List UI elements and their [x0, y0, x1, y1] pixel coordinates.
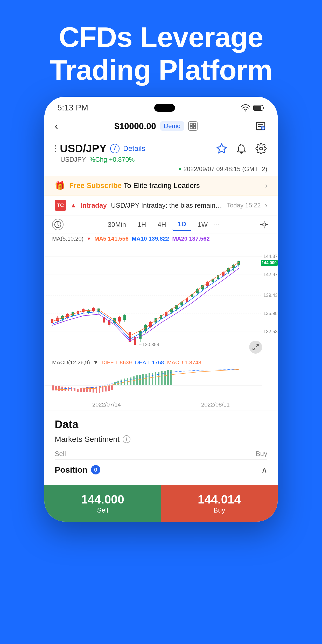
- main-chart-area[interactable]: 144.379 142.879 139.432 135.985 132.538 …: [44, 244, 278, 358]
- markets-sentiment-row: Markets Sentiment i: [55, 435, 267, 444]
- sell-button[interactable]: 144.000 Sell: [44, 485, 161, 522]
- svg-text:144.000: 144.000: [262, 261, 277, 265]
- analysis-chevron: ›: [265, 201, 267, 209]
- position-row[interactable]: Position 0 ∧: [55, 459, 267, 480]
- svg-rect-64: [123, 315, 126, 320]
- back-button[interactable]: ‹: [55, 120, 58, 132]
- ma20-value: MA20 137.562: [172, 235, 209, 242]
- svg-rect-142: [149, 373, 150, 385]
- analysis-logo: TC: [55, 200, 66, 211]
- star-button[interactable]: [215, 142, 228, 155]
- tf-30min[interactable]: 30Min: [102, 219, 131, 231]
- markets-sentiment-info[interactable]: i: [123, 435, 130, 443]
- symbol-left: USD/JPY i Details USDJPY %Chg:+0.870%: [55, 142, 145, 163]
- details-link[interactable]: Details: [123, 144, 145, 153]
- page-title: CFDs Leverage Trading Platform: [0, 21, 322, 86]
- svg-rect-126: [99, 386, 100, 393]
- ma10-value: MA10 139.822: [132, 235, 169, 242]
- svg-rect-132: [117, 381, 119, 385]
- data-section: Data Markets Sentiment i Sell Buy Positi…: [44, 410, 278, 485]
- page-title-area: CFDs Leverage Trading Platform: [0, 0, 322, 97]
- demo-badge: Demo: [160, 121, 184, 131]
- subscribe-left: 🎁 Free Subscribe To Elite trading Leader…: [55, 181, 200, 191]
- battery-icon: [253, 104, 265, 111]
- svg-rect-122: [86, 387, 88, 392]
- svg-rect-6: [190, 127, 192, 129]
- analysis-description: USD/JPY Intraday: the bias remains...: [111, 201, 223, 209]
- svg-text:←130.389: ←130.389: [138, 342, 159, 347]
- svg-rect-4: [190, 123, 192, 125]
- tf-1w[interactable]: 1W: [192, 219, 213, 231]
- chart-type-button[interactable]: [52, 219, 64, 230]
- position-label: Position: [55, 465, 87, 475]
- phone-mockup-wrapper: 5:13 PM: [0, 97, 322, 522]
- svg-rect-5: [193, 123, 195, 125]
- bottom-actions: 144.000 Sell 144.014 Buy: [44, 485, 278, 522]
- time-row: 2022/09/07 09:48:15 (GMT+2): [44, 165, 278, 176]
- svg-rect-148: [167, 370, 169, 385]
- ma-indicators: MA(5,10,20) ▼ MA5 141.556 MA10 139.822 M…: [44, 234, 278, 244]
- svg-rect-147: [164, 371, 166, 385]
- subscribe-text: Free Subscribe To Elite trading Leaders: [69, 181, 200, 190]
- position-left: Position 0: [55, 465, 100, 475]
- candlestick-chart: 144.379 142.879 139.432 135.985 132.538 …: [44, 244, 278, 358]
- crosshair-button[interactable]: [258, 219, 270, 230]
- balance-display: $10000.00: [114, 121, 156, 131]
- tf-more[interactable]: ···: [214, 221, 220, 229]
- svg-rect-138: [136, 375, 138, 385]
- svg-point-0: [245, 110, 246, 111]
- analysis-row[interactable]: TC ▲ Intraday USD/JPY Intraday: the bias…: [44, 195, 278, 215]
- symbol-header: USD/JPY i Details USDJPY %Chg:+0.870%: [44, 137, 278, 165]
- tf-4h[interactable]: 4H: [152, 219, 171, 231]
- dea-value: DEA 1.1768: [135, 359, 164, 366]
- analysis-time: Today 15:22: [227, 202, 261, 209]
- svg-rect-52: [92, 308, 95, 311]
- svg-text:139.432: 139.432: [263, 293, 278, 298]
- svg-text:144.379: 144.379: [263, 254, 278, 259]
- list-add-icon[interactable]: [254, 119, 267, 133]
- free-subscribe-text: Free Subscribe: [69, 181, 122, 190]
- gear-button[interactable]: [255, 142, 267, 155]
- macd-value: MACD 1.3743: [167, 359, 201, 366]
- subscribe-chevron: ›: [265, 181, 267, 190]
- symbol-name-row: USD/JPY i Details: [55, 142, 145, 155]
- expand-icon[interactable]: [188, 121, 198, 131]
- buy-label: Buy: [256, 450, 267, 458]
- macd-chart: 1.864 -1.571: [44, 367, 262, 398]
- analysis-tag: Intraday: [81, 201, 107, 209]
- subscribe-banner[interactable]: 🎁 Free Subscribe To Elite trading Leader…: [44, 176, 278, 195]
- diff-value: DIFF 1.8639: [102, 359, 132, 366]
- svg-rect-141: [145, 374, 147, 385]
- svg-rect-111: [52, 385, 54, 390]
- analysis-direction: ▲: [70, 202, 76, 209]
- position-chevron: ∧: [261, 465, 267, 475]
- symbol-sub: USDJPY %Chg:+0.870%: [55, 156, 145, 163]
- svg-rect-131: [114, 382, 116, 385]
- tf-1h[interactable]: 1H: [132, 219, 151, 231]
- buy-label: Buy: [166, 506, 272, 514]
- bell-button[interactable]: [235, 142, 248, 155]
- status-icons: [241, 103, 265, 113]
- symbol-menu-dots[interactable]: [55, 145, 56, 152]
- datetime-display: 2022/09/07 09:48:15 (GMT+2): [183, 165, 267, 173]
- symbol-name: USD/JPY: [60, 142, 107, 155]
- svg-rect-3: [263, 107, 264, 109]
- svg-rect-143: [152, 373, 153, 385]
- svg-rect-125: [96, 387, 97, 393]
- tf-1d[interactable]: 1D: [172, 218, 191, 231]
- dynamic-island: [154, 104, 175, 112]
- svg-rect-130: [111, 385, 113, 390]
- date-labels: 2022/07/14 2022/08/11: [44, 399, 278, 410]
- position-count-badge: 0: [91, 465, 100, 474]
- status-bar: 5:13 PM: [44, 97, 278, 115]
- buy-button[interactable]: 144.014 Buy: [161, 485, 278, 522]
- svg-rect-62: [118, 317, 121, 321]
- date-label-2: 2022/08/11: [201, 401, 230, 408]
- svg-rect-129: [108, 386, 110, 391]
- info-icon[interactable]: i: [110, 144, 120, 153]
- expand-chart-button[interactable]: [249, 341, 262, 354]
- svg-rect-133: [121, 380, 122, 385]
- svg-rect-7: [193, 127, 195, 129]
- svg-rect-139: [139, 375, 141, 385]
- svg-rect-2: [254, 106, 261, 110]
